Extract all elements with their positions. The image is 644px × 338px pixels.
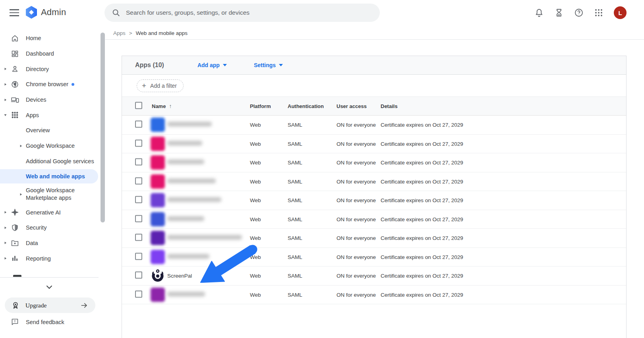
- authentication-value: SAML: [288, 197, 302, 203]
- column-header-authentication[interactable]: Authentication: [288, 103, 324, 109]
- table-row[interactable]: Web SAML ON for everyone Certificate exp…: [122, 153, 626, 172]
- settings-button[interactable]: Settings: [254, 62, 283, 68]
- send-feedback-button[interactable]: Send feedback: [11, 318, 64, 326]
- details-value: Certificate expires on Oct 27, 2029: [381, 141, 463, 147]
- row-checkbox[interactable]: [135, 158, 142, 166]
- notifications-bell-icon[interactable]: [534, 8, 544, 17]
- chevron-down-icon[interactable]: [44, 282, 54, 292]
- caret-right-icon[interactable]: [4, 67, 8, 71]
- row-checkbox[interactable]: [135, 139, 142, 147]
- table-row[interactable]: Web SAML ON for everyone Certificate exp…: [122, 229, 626, 248]
- table-row[interactable]: ScreenPal Web SAML ON for everyone Certi…: [122, 267, 626, 286]
- main-menu-icon[interactable]: [9, 7, 21, 19]
- row-checkbox[interactable]: [135, 253, 142, 260]
- row-checkbox[interactable]: [135, 272, 142, 279]
- sidebar-item-additional-google-services[interactable]: Additional Google services: [0, 154, 105, 169]
- app-name[interactable]: [167, 122, 212, 128]
- sidebar-item-label: Directory: [26, 66, 49, 72]
- app-name[interactable]: ScreenPal: [167, 273, 192, 279]
- sidebar-item-label: Dashboard: [26, 50, 54, 57]
- app-name[interactable]: [167, 160, 204, 166]
- column-header-platform[interactable]: Platform: [250, 103, 271, 109]
- table-row[interactable]: Web SAML ON for everyone Certificate exp…: [122, 172, 626, 191]
- table-row[interactable]: Web SAML ON for everyone Certificate exp…: [122, 191, 626, 210]
- caret-down-icon[interactable]: [4, 113, 8, 117]
- table-row[interactable]: Web SAML ON for everyone Certificate exp…: [122, 248, 626, 267]
- sidebar-item-generative-ai[interactable]: Generative AI: [0, 205, 105, 220]
- column-header-details[interactable]: Details: [381, 103, 398, 109]
- caret-right-icon[interactable]: [19, 144, 23, 148]
- sidebar-item-apps[interactable]: Apps: [0, 107, 105, 123]
- sidebar-item-label: Devices: [26, 97, 46, 103]
- blurred-app-name: [167, 197, 221, 202]
- table-row[interactable]: Web SAML ON for everyone Certificate exp…: [122, 116, 626, 135]
- generative-ai-icon: [11, 208, 19, 216]
- sidebar-item-directory[interactable]: Directory: [0, 61, 105, 77]
- table-row[interactable]: Web SAML ON for everyone Certificate exp…: [122, 210, 626, 229]
- details-value: Certificate expires on Oct 27, 2029: [381, 197, 463, 203]
- sidebar-item-data[interactable]: Data: [0, 236, 105, 251]
- sidebar-item-web-and-mobile-apps[interactable]: Web and mobile apps: [0, 169, 98, 183]
- upgrade-button[interactable]: Upgrade: [5, 297, 95, 313]
- details-value: Certificate expires on Oct 27, 2029: [381, 216, 463, 222]
- caret-right-icon[interactable]: [4, 98, 8, 102]
- sidebar-item-chrome-browser[interactable]: Chrome browser: [0, 77, 105, 92]
- app-name[interactable]: [167, 292, 205, 297]
- app-name[interactable]: [167, 216, 204, 222]
- row-checkbox[interactable]: [135, 121, 142, 128]
- details-value: Certificate expires on Oct 27, 2029: [381, 235, 463, 241]
- add-filter-button[interactable]: + Add a filter: [137, 79, 184, 92]
- avatar[interactable]: L: [614, 6, 627, 19]
- search-input[interactable]: [126, 9, 348, 16]
- column-header-user-access[interactable]: User access: [337, 103, 367, 109]
- platform-value: Web: [250, 141, 261, 147]
- caret-right-icon[interactable]: [19, 192, 23, 196]
- platform-value: Web: [250, 216, 261, 222]
- help-icon[interactable]: [574, 8, 584, 17]
- app-name[interactable]: [167, 235, 242, 241]
- row-checkbox[interactable]: [135, 234, 142, 241]
- blurred-app-name: [167, 235, 242, 240]
- table-body: Web SAML ON for everyone Certificate exp…: [122, 116, 626, 304]
- caret-right-icon[interactable]: [4, 241, 8, 245]
- sidebar-item-overview[interactable]: Overview: [0, 123, 105, 138]
- select-all-checkbox[interactable]: [135, 102, 142, 109]
- sidebar-item-home[interactable]: Home: [0, 31, 105, 46]
- caret-right-icon[interactable]: [4, 257, 8, 261]
- row-checkbox[interactable]: [135, 177, 142, 184]
- caret-right-icon[interactable]: [4, 211, 8, 214]
- blurred-app-name: [167, 178, 216, 183]
- row-checkbox[interactable]: [135, 215, 142, 222]
- directory-icon: [11, 65, 19, 73]
- caret-right-icon[interactable]: [4, 226, 8, 230]
- card-header: Apps (10) Add app Settings: [122, 56, 626, 75]
- sidebar-item-label: Security: [26, 224, 46, 231]
- row-checkbox[interactable]: [135, 290, 142, 297]
- search-bar[interactable]: [104, 4, 380, 22]
- caret-right-icon[interactable]: [4, 82, 8, 86]
- app-name[interactable]: [167, 197, 221, 203]
- add-app-button[interactable]: Add app: [197, 62, 227, 68]
- sidebar-item-security[interactable]: Security: [0, 220, 105, 236]
- app-name[interactable]: [167, 254, 209, 260]
- sidebar-item-google-workspace[interactable]: Google Workspace: [0, 138, 105, 154]
- sidebar-item-label: Generative AI: [26, 209, 61, 216]
- sidebar-item-google-workspace-marketplace-apps[interactable]: Google Workspace Marketplace apps: [0, 184, 105, 205]
- sidebar-item-label: Apps: [26, 112, 39, 118]
- row-checkbox[interactable]: [135, 196, 142, 203]
- sidebar-item-reporting[interactable]: Reporting: [0, 251, 105, 266]
- app-name[interactable]: [167, 141, 202, 147]
- table-row[interactable]: Web SAML ON for everyone Certificate exp…: [122, 135, 626, 154]
- tasks-hourglass-icon[interactable]: [554, 8, 564, 17]
- table-row[interactable]: Web SAML ON for everyone Certificate exp…: [122, 286, 626, 305]
- sidebar-item-devices[interactable]: Devices: [0, 92, 105, 108]
- apps-card: Apps (10) Add app Settings + Add a filte…: [122, 56, 627, 338]
- sidebar-item-dashboard[interactable]: Dashboard: [0, 46, 105, 62]
- breadcrumb-apps-link[interactable]: Apps: [113, 30, 126, 36]
- app-name[interactable]: [167, 178, 216, 184]
- authentication-value: SAML: [288, 122, 302, 128]
- sidebar-scrollbar[interactable]: [101, 33, 105, 222]
- apps-grid-icon[interactable]: [594, 8, 603, 17]
- column-header-name[interactable]: Name↑: [152, 103, 172, 109]
- notification-dot: [72, 83, 74, 86]
